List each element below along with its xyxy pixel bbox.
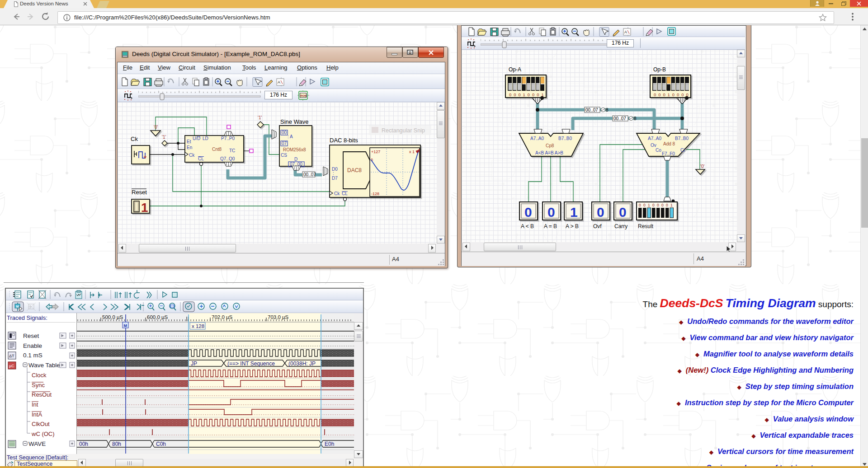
svg-text:0: 0	[643, 203, 646, 207]
svg-text:0: 0	[528, 92, 530, 97]
svg-text:0: 0	[518, 92, 520, 97]
svg-text:C0h: C0h	[156, 441, 166, 447]
svg-text:JP: JP	[191, 360, 197, 367]
svg-text:Wave Table: Wave Table	[28, 362, 60, 369]
svg-text:En: En	[187, 145, 192, 150]
svg-text:ROM: ROM	[301, 94, 307, 97]
svg-text:DAC 8-bits: DAC 8-bits	[330, 137, 358, 144]
svg-text:Ovf: Ovf	[593, 223, 602, 229]
svg-text:WAVE: WAVE	[28, 440, 46, 447]
svg-text:'1': '1'	[258, 115, 262, 120]
svg-text:IntA: IntA	[32, 411, 42, 418]
svg-text:A: A	[278, 80, 280, 84]
svg-text:Op-A: Op-A	[509, 66, 521, 73]
svg-text:0: 0	[547, 205, 555, 220]
svg-text:Reset: Reset	[23, 332, 39, 339]
svg-text:0: 0	[663, 92, 665, 97]
svg-text:Rectangular Snip: Rectangular Snip	[382, 127, 425, 134]
svg-text:Ck: Ck	[189, 153, 195, 158]
svg-text:0: 0	[654, 92, 656, 97]
svg-text:wC (OC): wC (OC)	[31, 431, 55, 437]
svg-text:80h: 80h	[112, 441, 121, 447]
svg-text:0: 0	[524, 205, 532, 220]
svg-text:0: 0	[661, 203, 664, 207]
svg-text:07: 07	[282, 141, 287, 146]
svg-text:0: 0	[681, 92, 684, 97]
svg-text:P7..P0: P7..P0	[221, 136, 235, 141]
svg-text:600,0 µS: 600,0 µS	[147, 314, 168, 320]
svg-text:B7..B0: B7..B0	[675, 136, 689, 141]
svg-text:: A: : A	[288, 134, 293, 139]
svg-text:Add 8: Add 8	[663, 141, 675, 146]
svg-text::: :	[333, 171, 334, 176]
svg-text:0: 0	[672, 92, 675, 97]
svg-text:A < B: A < B	[521, 223, 534, 229]
svg-text:1: 1	[523, 92, 525, 97]
svg-text:00: 00	[282, 130, 287, 135]
svg-text:Int: Int	[32, 401, 38, 408]
svg-text:0.1 mS: 0.1 mS	[23, 352, 42, 359]
svg-text:Sync: Sync	[32, 382, 45, 388]
svg-text:x 128: x 128	[192, 323, 204, 329]
svg-text:'1': '1'	[162, 135, 166, 140]
svg-text:Enable: Enable	[23, 342, 42, 349]
svg-text:00..07: 00..07	[613, 116, 626, 121]
svg-text:D: D	[294, 157, 297, 162]
svg-text:D7: D7	[332, 176, 338, 181]
svg-text:703,0 µS: 703,0 µS	[268, 314, 289, 320]
svg-text:A: A	[624, 30, 627, 34]
svg-text:F7..F0: F7..F0	[662, 151, 675, 156]
svg-text:00..07: 00..07	[303, 172, 316, 177]
svg-text:1: 1	[570, 205, 578, 220]
svg-text:0: 0	[677, 92, 679, 97]
svg-text:ROM256x8: ROM256x8	[283, 147, 306, 152]
svg-text:A7..A0: A7..A0	[530, 136, 544, 141]
svg-text:Ck: Ck	[334, 191, 340, 196]
svg-text:Q7..Q0: Q7..Q0	[220, 156, 235, 161]
svg-text:702,0 µS: 702,0 µS	[212, 314, 233, 320]
svg-text:0: 0	[619, 205, 627, 220]
svg-text:x 1: x 1	[409, 150, 415, 154]
svg-text:A = B: A = B	[544, 223, 557, 229]
svg-text:Et: Et	[187, 139, 191, 144]
svg-text:+127: +127	[371, 150, 380, 154]
svg-text:A7..A0: A7..A0	[648, 136, 661, 141]
svg-text:Cp8: Cp8	[546, 143, 554, 148]
svg-text:0: 0	[652, 203, 655, 207]
svg-text:Ci: Ci	[680, 148, 684, 153]
svg-text:Carry: Carry	[614, 223, 627, 229]
svg-text:500,0 µS: 500,0 µS	[102, 314, 123, 320]
svg-text:8: 8	[606, 108, 609, 112]
svg-text:(0038H: JP: (0038H: JP	[288, 360, 316, 367]
svg-text:0: 0	[532, 92, 534, 97]
svg-text:Sine Wave: Sine Wave	[280, 118, 308, 125]
svg-text:Op-B: Op-B	[653, 66, 666, 73]
svg-text:1: 1	[670, 203, 673, 207]
svg-text:(==> INT Sequence: (==> INT Sequence	[227, 360, 275, 367]
svg-text:0: 0	[657, 203, 659, 207]
svg-text:A<B A=B A>B: A<B A=B A>B	[535, 150, 563, 155]
svg-text:ClkOut: ClkOut	[32, 421, 50, 427]
svg-text:Result: Result	[638, 223, 654, 229]
svg-text:1: 1	[668, 92, 670, 97]
svg-text:Ov: Ov	[651, 143, 656, 148]
svg-text:Co: Co	[656, 148, 661, 153]
svg-text:8: 8	[634, 116, 637, 121]
svg-text:Cnt8: Cnt8	[212, 147, 222, 152]
svg-text:'0': '0'	[700, 164, 704, 169]
svg-text:00..07: 00..07	[585, 108, 598, 112]
svg-text:TC: TC	[229, 148, 235, 153]
svg-text:0: 0	[514, 92, 516, 97]
svg-text:0: 0	[509, 92, 511, 97]
svg-text:Reset: Reset	[132, 189, 147, 196]
svg-text:0: 0	[666, 203, 668, 207]
svg-text:B7..B0: B7..B0	[558, 136, 572, 141]
svg-text:0: 0	[639, 203, 641, 207]
svg-text:CL: CL	[198, 156, 204, 161]
svg-text:1: 1	[648, 203, 650, 207]
svg-text:00h: 00h	[79, 441, 88, 447]
svg-text:E0h: E0h	[325, 441, 334, 447]
svg-text:M: M	[16, 305, 19, 308]
svg-text:Ck: Ck	[131, 136, 138, 142]
svg-text:CS: CS	[281, 153, 287, 158]
